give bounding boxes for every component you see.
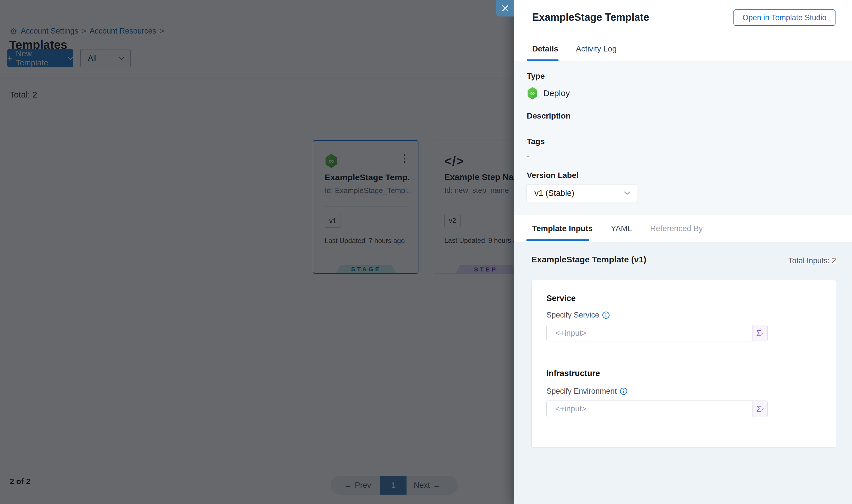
tab-template-inputs[interactable]: Template Inputs	[532, 224, 593, 233]
template-details-drawer: ExampleStage Template Open in Template S…	[514, 0, 852, 504]
specify-environment-input[interactable]	[547, 401, 752, 417]
drawer-sub-tabs: Template Inputs YAML Referenced By	[514, 215, 852, 241]
version-select[interactable]: v1 (Stable)	[526, 184, 637, 202]
description-label: Description	[527, 111, 570, 121]
drawer-header: ExampleStage Template Open in Template S…	[514, 0, 852, 37]
chevron-down-icon	[624, 191, 631, 195]
inputs-card: Service Specify Service Σx Infrastructur…	[531, 280, 836, 448]
template-inputs-panel: ExampleStage Template (v1) Total Inputs:…	[514, 241, 852, 504]
expression-sigma-icon[interactable]: Σx	[752, 401, 767, 417]
specify-service-input[interactable]	[547, 325, 752, 341]
details-panel: Type ∞ Deploy Description Tags - Version…	[514, 61, 852, 215]
tags-label: Tags	[527, 137, 545, 146]
expression-sigma-icon[interactable]: Σx	[752, 325, 767, 341]
modal-overlay	[0, 0, 514, 504]
tab-yaml[interactable]: YAML	[611, 224, 632, 233]
specify-service-label: Specify Service	[546, 311, 610, 320]
specify-environment-input-group: Σx	[546, 400, 767, 417]
templates-page: ⚙ Account Settings > Account Resources >…	[0, 0, 852, 504]
specify-environment-label: Specify Environment	[546, 387, 628, 396]
total-inputs-count: Total Inputs: 2	[788, 256, 836, 265]
type-value: Deploy	[543, 88, 570, 98]
open-in-template-studio-button[interactable]: Open in Template Studio	[733, 10, 835, 26]
type-value-row: ∞ Deploy	[527, 87, 570, 100]
info-icon[interactable]	[620, 388, 628, 395]
tab-activity-log[interactable]: Activity Log	[576, 44, 617, 53]
section-title-infrastructure: Infrastructure	[546, 369, 600, 378]
tab-details[interactable]: Details	[532, 44, 558, 53]
drawer-title: ExampleStage Template	[532, 11, 649, 23]
specify-service-input-group: Σx	[546, 325, 767, 341]
section-title-service: Service	[546, 294, 576, 303]
cd-deploy-icon: ∞	[527, 87, 538, 100]
close-icon	[502, 4, 509, 12]
info-icon[interactable]	[602, 311, 610, 319]
inputs-heading: ExampleStage Template (v1)	[531, 255, 647, 264]
tags-value: -	[527, 152, 530, 161]
drawer-close-button[interactable]	[496, 0, 514, 17]
active-sub-tab-underline	[526, 239, 589, 241]
tab-referenced-by[interactable]: Referenced By	[650, 224, 703, 233]
type-label: Type	[527, 72, 545, 81]
version-select-value: v1 (Stable)	[534, 188, 574, 198]
drawer-tabs: Details Activity Log	[514, 37, 852, 61]
version-label: Version Label	[527, 171, 579, 180]
